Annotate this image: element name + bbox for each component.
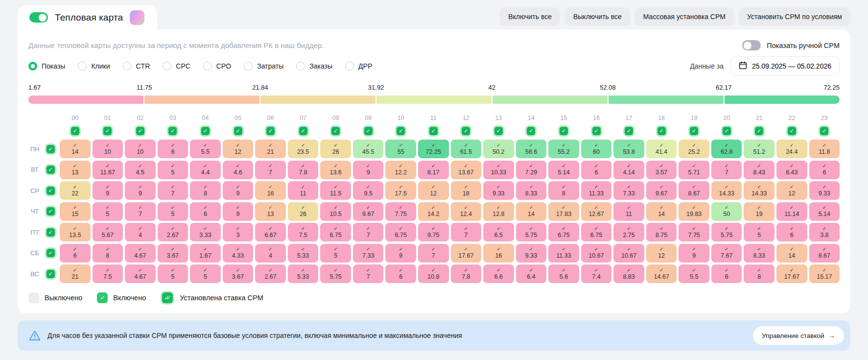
heatmap-cell[interactable]: ✓6.5 [483,223,514,241]
heatmap-cell[interactable]: ✓14.33 [711,181,742,200]
heatmap-cell[interactable]: ✓16 [255,181,286,200]
metric-radio-3[interactable]: CPC [163,62,190,71]
hour-checkbox[interactable]: ✓ [494,127,503,135]
heatmap-cell[interactable]: ✓9.33 [483,181,514,200]
metric-radio-1[interactable]: Клики [78,62,110,71]
heatmap-cell[interactable]: ✓5 [158,202,188,221]
heatmap-cell[interactable]: ✓10.67 [613,244,644,263]
heatmap-cell[interactable]: ✓5.5 [679,264,709,283]
heatmap-cell[interactable]: ✓7 [451,223,482,241]
heatmap-cell[interactable]: ✓3 [223,223,254,241]
heatmap-cell[interactable]: ✓4.5 [125,161,156,179]
heatmap-cell[interactable]: ✓13 [255,202,286,221]
heatmap-cell[interactable]: ✓11.8 [809,140,840,158]
heatmap-cell[interactable]: ✓6.67 [255,223,286,241]
heatmap-cell[interactable]: ✓21 [60,264,91,283]
heatmap-cell[interactable]: ✓58.6 [516,140,547,158]
heatmap-cell[interactable]: ✓4.33 [223,244,254,263]
heatmap-cell[interactable]: ✓14.2 [418,202,449,221]
metric-radio-6[interactable]: Заказы [296,62,332,71]
heatmap-cell[interactable]: ✓5 [158,161,188,179]
heatmap-cell[interactable]: ✓2.67 [158,223,188,241]
heatmap-cell[interactable]: ✓5 [158,264,188,283]
heatmap-cell[interactable]: ✓11.33 [581,181,612,200]
heatmap-cell[interactable]: ✓5.75 [711,223,742,241]
heatmap-cell[interactable]: ✓8 [744,264,774,283]
heatmap-cell[interactable]: ✓5.71 [679,161,709,179]
hour-checkbox[interactable]: ✓ [168,127,177,135]
heatmap-cell[interactable]: ✓6 [809,161,840,179]
hour-checkbox[interactable]: ✓ [397,127,405,135]
hour-checkbox[interactable]: ✓ [266,127,275,135]
hour-checkbox[interactable]: ✓ [331,127,340,135]
heatmap-cell[interactable]: ✓22 [60,181,91,200]
heatmap-cell[interactable]: ✓5 [320,244,351,263]
manage-bid-button[interactable]: Управление ставкой → [753,326,844,345]
day-checkbox[interactable]: ✓ [47,166,55,174]
heatmap-cell[interactable]: ✓6.75 [548,223,579,241]
hour-checkbox[interactable]: ✓ [820,127,828,135]
header-action-button-0[interactable]: Включить все [500,7,560,26]
heatmap-cell[interactable]: ✓8.67 [809,244,840,263]
hour-checkbox[interactable]: ✓ [429,127,438,135]
heatmap-cell[interactable]: ✓7 [125,202,156,221]
hour-checkbox[interactable]: ✓ [788,127,796,135]
date-range-button[interactable]: 25.09.2025 — 05.02.2026 [730,56,840,76]
heatmap-cell[interactable]: ✓25.2 [679,140,709,158]
heatmap-cell[interactable]: ✓6.43 [776,161,807,179]
heatmap-cell[interactable]: ✓5 [190,264,221,283]
heatmap-cell[interactable]: ✓12.2 [385,161,416,179]
heatmap-cell[interactable]: ✓41.4 [646,140,677,158]
heatmap-cell[interactable]: ✓8.43 [744,161,774,179]
heatmap-cell[interactable]: ✓7.75 [385,202,416,221]
heatmap-cell[interactable]: ✓6.75 [320,223,351,241]
heatmap-cell[interactable]: ✓23.5 [288,140,319,158]
heatmap-cell[interactable]: ✓6.75 [385,223,416,241]
heatmap-cell[interactable]: ✓5.33 [288,264,319,283]
heatmap-cell[interactable]: ✓3.57 [646,161,677,179]
header-action-button-3[interactable]: Установить CPM по условиям [739,7,850,26]
heatmap-cell[interactable]: ✓7 [418,244,449,263]
heatmap-cell[interactable]: ✓7 [255,161,286,179]
heatmap-cell[interactable]: ✓3.67 [158,244,188,263]
heatmap-cell[interactable]: ✓3.67 [223,264,254,283]
heatmap-cell[interactable]: ✓9.75 [418,223,449,241]
heatmap-cell[interactable]: ✓12.4 [451,202,482,221]
heatmap-cell[interactable]: ✓7.5 [93,264,123,283]
heatmap-cell[interactable]: ✓14 [776,244,807,263]
header-action-button-1[interactable]: Выключить все [565,7,630,26]
heatmap-cell[interactable]: ✓15 [60,202,91,221]
heatmap-cell[interactable]: ✓3.8 [809,223,840,241]
heatmap-cell[interactable]: ✓72.25 [418,140,449,158]
heatmap-cell[interactable]: ✓10.33 [483,161,514,179]
heatmap-cell[interactable]: ✓5.14 [548,161,579,179]
heatmap-cell[interactable]: ✓7 [353,223,384,241]
hour-checkbox[interactable]: ✓ [723,127,731,135]
heatmap-cell[interactable]: ✓21 [255,140,286,158]
heatmap-cell[interactable]: ✓4.67 [125,264,156,283]
header-action-button-2[interactable]: Массовая установка CPM [635,7,734,26]
heatmap-cell[interactable]: ✓7.8 [288,161,319,179]
heatmap-cell[interactable]: ✓12.8 [483,202,514,221]
heatmap-cell[interactable]: ✓8 [190,181,221,200]
heatmap-cell[interactable]: ✓9 [93,181,123,200]
heatmap-cell[interactable]: ✓9.5 [353,181,384,200]
heatmap-cell[interactable]: ✓19 [744,202,774,221]
heatmap-cell[interactable]: ✓53.8 [613,140,644,158]
heatmap-cell[interactable]: ✓13.5 [60,223,91,241]
heatmap-cell[interactable]: ✓13.6 [320,161,351,179]
heatmap-cell[interactable]: ✓9 [679,244,709,263]
heatmap-cell[interactable]: ✓14 [646,202,677,221]
heatmap-cell[interactable]: ✓55.2 [548,140,579,158]
heatmap-cell[interactable]: ✓7 [158,181,188,200]
heatmap-cell[interactable]: ✓15.17 [809,264,840,283]
hour-checkbox[interactable]: ✓ [657,127,666,135]
heatmap-cell[interactable]: ✓50.2 [483,140,514,158]
heatmap-cell[interactable]: ✓17.67 [451,244,482,263]
heatmap-cell[interactable]: ✓11.14 [776,202,807,221]
heatmap-cell[interactable]: ✓6.6 [483,264,514,283]
heatmap-cell[interactable]: ✓4.14 [613,161,644,179]
hour-checkbox[interactable]: ✓ [201,127,210,135]
hour-checkbox[interactable]: ✓ [560,127,568,135]
heatmap-cell[interactable]: ✓7.67 [711,244,742,263]
